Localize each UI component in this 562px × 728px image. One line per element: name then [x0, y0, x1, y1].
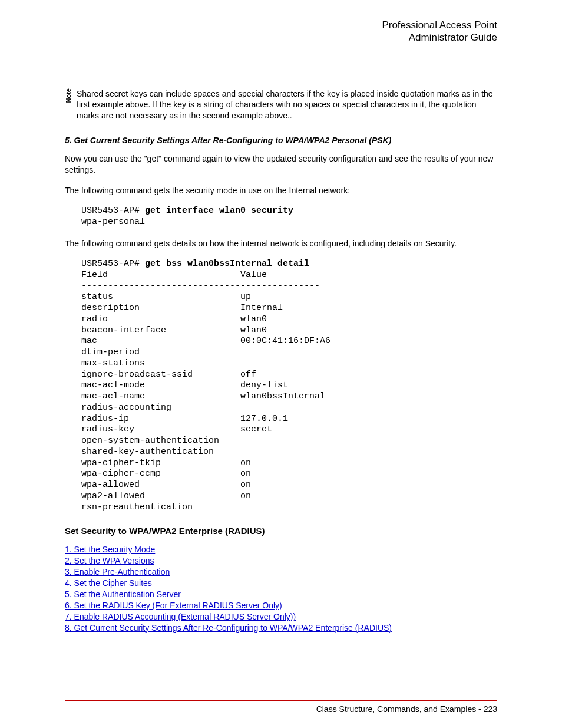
- section-5-para-1: Now you can use the "get" command again …: [65, 153, 497, 176]
- section-5-para-3: The following command gets details on ho…: [65, 238, 497, 249]
- link-enable-pre-auth[interactable]: 3. Enable Pre-Authentication: [65, 566, 170, 578]
- section-5-para-2: The following command gets the security …: [65, 185, 497, 196]
- enterprise-link-list: 1. Set the Security Mode 2. Set the WPA …: [65, 544, 497, 633]
- code-prompt: USR5453-AP#: [81, 259, 145, 269]
- code-block-2: USR5453-AP# get bss wlan0bssInternal det…: [81, 259, 497, 513]
- link-set-cipher-suites[interactable]: 4. Set the Cipher Suites: [65, 578, 152, 589]
- link-set-wpa-versions[interactable]: 2. Set the WPA Versions: [65, 555, 154, 566]
- header-line-1: Professional Access Point: [65, 19, 497, 31]
- note-label: Note: [65, 88, 72, 104]
- enterprise-heading: Set Security to WPA/WPA2 Enterprise (RAD…: [65, 526, 497, 536]
- code-output: wpa-personal: [81, 217, 145, 227]
- link-set-radius-key[interactable]: 6. Set the RADIUS Key (For External RADI…: [65, 600, 282, 611]
- page-footer: Class Structure, Commands, and Examples …: [65, 700, 497, 714]
- code-prompt: USR5453-AP#: [81, 206, 145, 216]
- section-5-heading: 5. Get Current Security Settings After R…: [65, 136, 497, 145]
- code-block-1: USR5453-AP# get interface wlan0 security…: [81, 206, 497, 228]
- header-line-2: Administrator Guide: [65, 31, 497, 44]
- link-set-security-mode[interactable]: 1. Set the Security Mode: [65, 544, 155, 555]
- code-command: get interface wlan0 security: [145, 206, 293, 216]
- document-page: Professional Access Point Administrator …: [0, 0, 562, 728]
- code-command: get bss wlan0bssInternal detail: [145, 259, 309, 269]
- link-set-auth-server[interactable]: 5. Set the Authentication Server: [65, 589, 181, 600]
- code-output-table: Field Value ----------------------------…: [81, 270, 330, 512]
- note-text: Shared secret keys can include spaces an…: [77, 88, 497, 122]
- link-enable-radius-accounting[interactable]: 7. Enable RADIUS Accounting (External RA…: [65, 611, 296, 622]
- link-get-current-security[interactable]: 8. Get Current Security Settings After R…: [65, 622, 392, 634]
- page-header: Professional Access Point Administrator …: [65, 19, 497, 47]
- footer-text: Class Structure, Commands, and Examples …: [316, 704, 497, 714]
- note-block: Note Shared secret keys can include spac…: [65, 88, 497, 122]
